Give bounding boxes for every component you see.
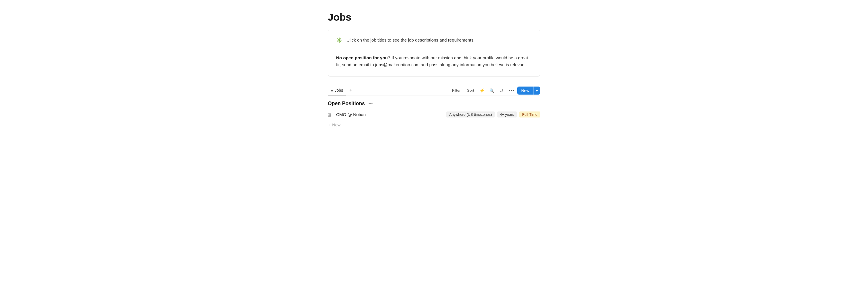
job-page-icon: ▦ (328, 112, 332, 117)
new-button-chevron-icon[interactable]: ▾ (533, 86, 540, 95)
add-row-label: New (332, 123, 340, 127)
note-bold: No open position for you? (336, 55, 391, 60)
group-menu-button[interactable]: ••• (367, 100, 374, 107)
job-title-link[interactable]: CMO @ Notion (336, 112, 442, 117)
lightning-icon: ⚡ (479, 88, 485, 93)
add-row[interactable]: + New (328, 120, 540, 130)
tab-jobs-label: Jobs (334, 88, 343, 93)
ellipsis-icon: ••• (508, 88, 515, 93)
tab-jobs[interactable]: ≡ Jobs (328, 86, 346, 96)
info-card-note: No open position for you? If you resonat… (336, 55, 532, 69)
search-icon: 🔍 (489, 88, 494, 93)
tab-list-icon: ≡ (331, 88, 333, 93)
job-tags: Anywhere (US timezones) 4+ years Full-Ti… (446, 111, 540, 117)
job-location-tag: Anywhere (US timezones) (446, 111, 495, 117)
new-button-label: New (517, 86, 533, 95)
page-title: Jobs (328, 11, 540, 23)
layout-button[interactable]: ⇄ (498, 86, 506, 95)
new-button[interactable]: New ▾ (517, 86, 540, 95)
db-toolbar-right: Filter Sort ⚡ 🔍 ⇄ ••• New ▾ (450, 86, 540, 95)
loading-icon: ✳️ (336, 37, 342, 43)
job-experience-tag: 4+ years (497, 111, 517, 117)
layout-icon: ⇄ (500, 88, 503, 93)
group-title: Open Positions (328, 101, 365, 107)
add-view-button[interactable]: + (347, 87, 354, 94)
group-header: Open Positions ••• (328, 100, 540, 107)
db-tabs-left: ≡ Jobs + (328, 86, 354, 95)
job-type-tag: Full-Time (519, 111, 540, 117)
database-section: ≡ Jobs + Filter Sort ⚡ 🔍 ⇄ ••• (328, 86, 540, 130)
instruction-text: Click on the job titles to see the job d… (346, 37, 475, 43)
add-row-plus-icon: + (328, 122, 330, 128)
job-row: ▦ CMO @ Notion Anywhere (US timezones) 4… (328, 109, 540, 120)
page-container: Jobs ✳️ Click on the job titles to see t… (322, 11, 546, 286)
info-card-top: ✳️ Click on the job titles to see the jo… (336, 37, 532, 43)
filter-button[interactable]: Filter (450, 87, 463, 94)
search-button[interactable]: 🔍 (488, 86, 496, 95)
lightning-button[interactable]: ⚡ (478, 86, 486, 95)
db-tabs-row: ≡ Jobs + Filter Sort ⚡ 🔍 ⇄ ••• (328, 86, 540, 96)
sort-button[interactable]: Sort (465, 87, 476, 94)
info-card: ✳️ Click on the job titles to see the jo… (328, 30, 540, 76)
more-options-button[interactable]: ••• (507, 86, 516, 95)
group-ellipsis-icon: ••• (369, 102, 373, 106)
info-card-divider (336, 49, 376, 49)
